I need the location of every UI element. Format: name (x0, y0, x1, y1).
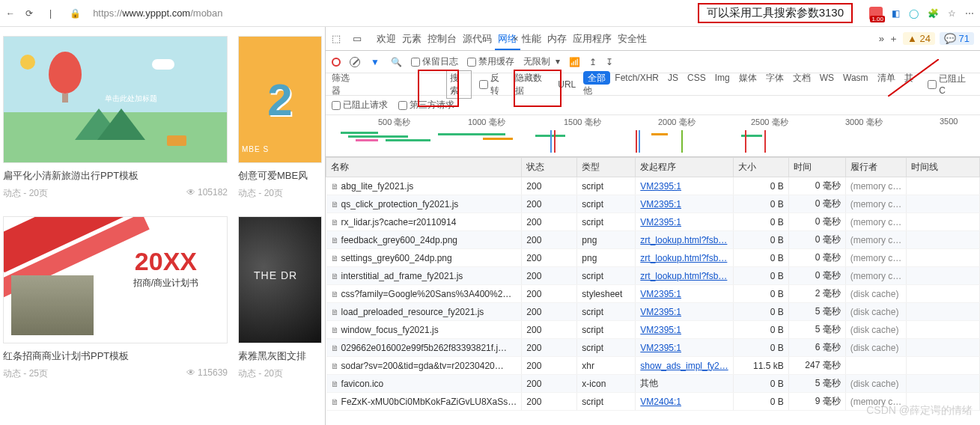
search-icon[interactable]: 🔍 (390, 57, 402, 67)
devtools-tab[interactable]: 安全性 (615, 28, 650, 49)
page-count: 动态 - 20页 (238, 367, 283, 380)
filter-pill[interactable]: CSS (683, 71, 710, 85)
throttle-select[interactable]: 无限制 ▾ (523, 55, 560, 68)
record-icon[interactable] (332, 58, 341, 67)
table-row[interactable]: load_preloaded_resource_fy2021.js200scri… (326, 303, 980, 321)
more-icon[interactable]: ⋯ (965, 8, 974, 19)
filter-icon[interactable]: ▼ (369, 57, 381, 67)
table-row[interactable]: rx_lidar.js?cache=r20110914200scriptVM23… (326, 213, 980, 231)
extension-icon[interactable]: ◯ (909, 8, 919, 19)
table-row[interactable]: settings_grey600_24dp.png200pngzrt_looku… (326, 249, 980, 267)
browser-toolbar: ← ⟳ | 🔒 https://www.ypppt.com/moban 可以采用… (0, 0, 980, 27)
devtools-tab[interactable]: 控制台 (424, 28, 460, 49)
timeline-tick: 1000 毫秒 (468, 117, 505, 128)
filter-pill[interactable]: 文档 (788, 71, 815, 85)
favorite-icon[interactable]: ☆ (948, 8, 956, 19)
network-table[interactable]: 名称状态类型发起程序大小时间履行者时间线 abg_lite_fy2021.js2… (326, 157, 980, 425)
table-header[interactable]: 名称 (326, 158, 522, 177)
new-tab-icon[interactable]: ＋ (889, 32, 898, 46)
filter-pill[interactable]: JS (663, 71, 683, 85)
table-row[interactable]: 029662e016002e99f5b262f83393821f.j…200sc… (326, 339, 980, 357)
extension-icon[interactable]: ◧ (892, 8, 900, 19)
upload-icon[interactable]: ↥ (589, 57, 597, 67)
table-row[interactable]: qs_click_protection_fy2021.js200scriptVM… (326, 195, 980, 213)
close-icon[interactable]: × (513, 33, 519, 44)
address-bar[interactable]: https://www.ypppt.com/moban (93, 7, 222, 19)
extension-icon[interactable]: 1.00 (869, 7, 883, 20)
filter-pill[interactable]: WS (815, 71, 839, 85)
template-card[interactable]: 20XX 招商/商业计划书 红条招商商业计划书PPT模板 动态 - 25页 11… (3, 216, 228, 380)
refresh-icon[interactable]: ⟳ (25, 8, 33, 19)
template-title: 扁平化小清新旅游出行PPT模板 (3, 163, 228, 183)
timeline-tick: 1500 毫秒 (564, 117, 601, 128)
devtools-tab[interactable]: 内存 (544, 28, 570, 49)
table-row[interactable]: feedback_grey600_24dp.png200pngzrt_looku… (326, 231, 980, 249)
clear-icon[interactable] (350, 57, 360, 67)
filter-pill[interactable]: 全部 (583, 71, 610, 85)
filter-pill[interactable]: Fetch/XHR (610, 71, 663, 85)
table-row[interactable]: favicon.ico200x-icon其他0 B5 毫秒(disk cache… (326, 375, 980, 393)
devtools-panel: ⬚ ▭ 欢迎元素控制台源代码网络×性能内存应用程序安全性 » ＋ ▲ 24 💬 … (325, 27, 980, 425)
more-tabs-icon[interactable]: » (879, 33, 884, 44)
filter-pill[interactable]: Wasm (839, 71, 873, 85)
table-header[interactable]: 时间线 (907, 158, 980, 177)
table-header[interactable]: 履行者 (845, 158, 907, 177)
table-row[interactable]: sodar?sv=200&tid=gda&tv=r20230420…200xhr… (326, 357, 980, 375)
table-header[interactable]: 状态 (522, 158, 577, 177)
template-thumbnail: 20XX 招商/商业计划书 (3, 216, 228, 343)
devtools-tab[interactable]: 元素 (399, 28, 424, 49)
table-row[interactable]: css?family=Google%20Sans%3A400%2…200styl… (326, 285, 980, 303)
extensions-menu-icon[interactable]: 🧩 (928, 8, 939, 19)
timeline-tick: 500 毫秒 (378, 117, 410, 128)
filter-pill[interactable]: Img (710, 71, 734, 85)
download-icon[interactable]: ↧ (606, 57, 613, 67)
template-card[interactable]: 2 MBE S 创意可爱MBE风 动态 - 20页 (238, 36, 322, 200)
device-icon[interactable]: ▭ (353, 33, 362, 44)
template-card[interactable]: 单击此处加标题 扁平化小清新旅游出行PPT模板 动态 - 20页 105182 (3, 36, 228, 200)
url-label: URL (558, 79, 576, 90)
page-content: 单击此处加标题 扁平化小清新旅游出行PPT模板 动态 - 20页 105182 … (0, 27, 325, 425)
table-header[interactable]: 类型 (577, 158, 636, 177)
table-row[interactable]: interstitial_ad_frame_fy2021.js200script… (326, 267, 980, 285)
back-icon[interactable]: ← (6, 8, 15, 19)
search-button[interactable]: 搜索 (446, 70, 472, 99)
devtools-tab[interactable]: 源代码 (460, 28, 495, 49)
template-thumbnail: 单击此处加标题 (3, 36, 228, 163)
filter-pill[interactable]: 清单 (873, 71, 900, 85)
network-timeline[interactable]: 500 毫秒1000 毫秒1500 毫秒2000 毫秒2500 毫秒3000 毫… (326, 115, 980, 157)
devtools-tab[interactable]: 应用程序 (570, 28, 615, 49)
timeline-tick: 2500 毫秒 (751, 117, 788, 128)
messages-badge[interactable]: 💬 71 (940, 32, 974, 45)
table-row[interactable]: abg_lite_fy2021.js200scriptVM2395:10 B0 … (326, 177, 980, 195)
filter-pill[interactable]: 字体 (761, 71, 788, 85)
hide-data-label: 隐藏数据 (515, 72, 550, 97)
template-card[interactable]: THE DR 素雅黑灰图文排 动态 - 20页 (238, 216, 322, 380)
template-thumbnail: 2 MBE S (238, 36, 322, 163)
third-party-checkbox[interactable]: 第三方请求 (398, 99, 454, 111)
network-filter-bar: 筛选器 搜索 反转 隐藏数据 URL 全部Fetch/XHRJSCSSImg媒体… (326, 73, 980, 96)
table-header[interactable]: 发起程序 (636, 158, 733, 177)
filter-pill[interactable]: 媒体 (734, 71, 761, 85)
annotation-box: 可以采用工具搜索参数3130 (698, 3, 853, 23)
template-title: 创意可爱MBE风 (238, 163, 322, 183)
table-header[interactable]: 大小 (733, 158, 788, 177)
blocked-cookies-checkbox[interactable]: 已阻止 C (928, 73, 974, 96)
watermark: CSDN @薛定谔的情绪 (866, 404, 973, 418)
inspect-icon[interactable]: ⬚ (332, 33, 341, 44)
warnings-badge[interactable]: ▲ 24 (903, 32, 935, 45)
table-header[interactable]: 时间 (788, 158, 845, 177)
devtools-tab[interactable]: 性能 (519, 28, 544, 49)
timeline-tick: 2000 毫秒 (658, 117, 696, 128)
devtools-tabs-bar: ⬚ ▭ 欢迎元素控制台源代码网络×性能内存应用程序安全性 » ＋ ▲ 24 💬 … (326, 27, 980, 51)
blocked-requests-checkbox[interactable]: 已阻止请求 (332, 99, 388, 111)
devtools-tab[interactable]: 欢迎 (374, 28, 399, 49)
view-count: 105182 (186, 187, 228, 200)
page-count: 动态 - 20页 (238, 187, 283, 200)
preserve-log-checkbox[interactable]: 保留日志 (411, 55, 458, 68)
invert-checkbox[interactable]: 反转 (479, 72, 508, 97)
page-count: 动态 - 20页 (3, 187, 48, 200)
table-row[interactable]: window_focus_fy2021.js200scriptVM2395:10… (326, 321, 980, 339)
disable-cache-checkbox[interactable]: 禁用缓存 (467, 55, 514, 68)
wifi-icon[interactable]: 📶 (569, 57, 580, 67)
timeline-tick: 3500 (940, 117, 958, 126)
